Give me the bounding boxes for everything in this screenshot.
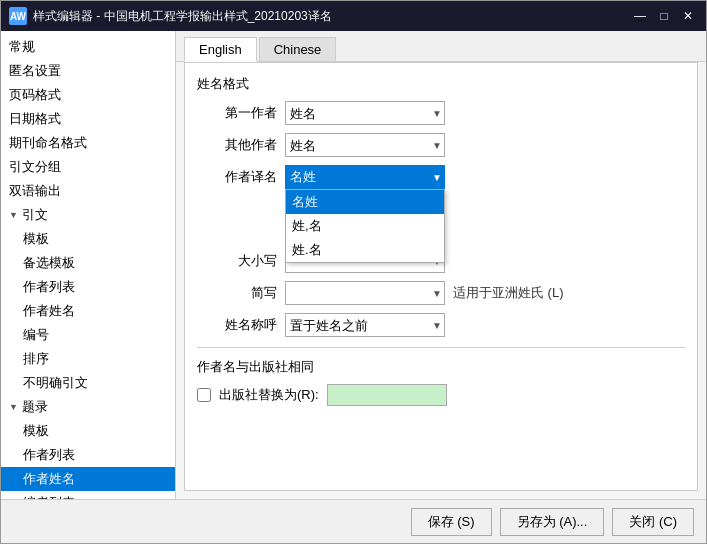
publisher-replace-input[interactable] [327,384,447,406]
sidebar-item-bib-author-list[interactable]: 作者列表 [1,443,175,467]
sidebar-item-numbering[interactable]: 编号 [1,323,175,347]
sidebar-item-bib-author-name[interactable]: 作者姓名 [1,467,175,491]
tab-bar: English Chinese [176,31,706,62]
publisher-replace-checkbox[interactable] [197,388,211,402]
capitalization-label: 大小写 [197,252,277,270]
publisher-replace-row: 出版社替换为(R): [197,384,685,406]
tab-content: 姓名格式 第一作者 姓名 ▼ 其他作者 姓 [184,62,698,491]
bottom-bar: 保存 (S) 另存为 (A)... 关闭 (C) [1,499,706,543]
sidebar-item-template[interactable]: 模板 [1,227,175,251]
right-panel: English Chinese 姓名格式 第一作者 姓名 ▼ [176,31,706,499]
separator-line [197,347,685,348]
save-as-button[interactable]: 另存为 (A)... [500,508,605,536]
other-authors-select[interactable]: 姓名 [285,133,445,157]
close-button[interactable]: 关闭 (C) [612,508,694,536]
sidebar-item-bilingual[interactable]: 双语输出 [1,179,175,203]
first-author-select-wrapper: 姓名 ▼ [285,101,445,125]
abbreviation-row: 简写 ▼ 适用于亚洲姓氏 (L) [197,281,685,305]
sidebar-group-bibliography[interactable]: 题录 [1,395,175,419]
other-authors-label: 其他作者 [197,136,277,154]
sidebar-item-ambiguous[interactable]: 不明确引文 [1,371,175,395]
author-translation-row: 作者译名 名姓 ▼ 名姓 姓,名 姓.名 [197,165,685,189]
tab-english[interactable]: English [184,37,257,62]
sidebar-item-alt-template[interactable]: 备选模板 [1,251,175,275]
sidebar-item-journal-name[interactable]: 期刊命名格式 [1,131,175,155]
main-window: AW 样式编辑器 - 中国电机工程学报输出样式_20210203译名 — □ ✕… [0,0,707,544]
title-bar: AW 样式编辑器 - 中国电机工程学报输出样式_20210203译名 — □ ✕ [1,1,706,31]
sidebar-item-bib-template[interactable]: 模板 [1,419,175,443]
author-translation-select[interactable]: 名姓 [285,165,445,189]
close-window-button[interactable]: ✕ [678,7,698,25]
first-author-select[interactable]: 姓名 [285,101,445,125]
first-author-row: 第一作者 姓名 ▼ [197,101,685,125]
author-translation-label: 作者译名 [197,168,277,186]
sidebar-item-date-format[interactable]: 日期格式 [1,107,175,131]
salutation-select[interactable]: 置于姓名之前 [285,313,445,337]
window-title: 样式编辑器 - 中国电机工程学报输出样式_20210203译名 [33,8,630,25]
sidebar-item-bib-editor-list[interactable]: 编者列表 [1,491,175,499]
sidebar-item-author-name[interactable]: 作者姓名 [1,299,175,323]
first-author-label: 第一作者 [197,104,277,122]
author-translation-select-wrapper: 名姓 ▼ 名姓 姓,名 姓.名 [285,165,445,189]
author-translation-value: 名姓 [290,168,316,186]
other-authors-select-wrapper: 姓名 ▼ [285,133,445,157]
dropdown-option-xingming[interactable]: 姓,名 [286,214,444,238]
sidebar-item-author-list[interactable]: 作者列表 [1,275,175,299]
sidebar-item-general[interactable]: 常规 [1,35,175,59]
dropdown-option-xingdot[interactable]: 姓.名 [286,238,444,262]
salutation-select-wrapper: 置于姓名之前 ▼ [285,313,445,337]
salutation-label: 姓名称呼 [197,316,277,334]
sidebar: 常规 匿名设置 页码格式 日期格式 期刊命名格式 引文分组 双语输出 引文 模板… [1,31,176,499]
sidebar-group-citation[interactable]: 引文 [1,203,175,227]
asian-note: 适用于亚洲姓氏 (L) [453,284,564,302]
sidebar-item-sort[interactable]: 排序 [1,347,175,371]
publisher-replace-label: 出版社替换为(R): [219,386,319,404]
sidebar-item-cite-group[interactable]: 引文分组 [1,155,175,179]
main-content: 常规 匿名设置 页码格式 日期格式 期刊命名格式 引文分组 双语输出 引文 模板… [1,31,706,499]
salutation-row: 姓名称呼 置于姓名之前 ▼ [197,313,685,337]
app-icon: AW [9,7,27,25]
same-as-publisher-label: 作者名与出版社相同 [197,358,685,376]
abbreviation-select[interactable] [285,281,445,305]
maximize-button[interactable]: □ [654,7,674,25]
window-controls: — □ ✕ [630,7,698,25]
sidebar-item-anon[interactable]: 匿名设置 [1,59,175,83]
abbreviation-select-wrapper: ▼ [285,281,445,305]
name-format-section-title: 姓名格式 [197,75,685,93]
save-button[interactable]: 保存 (S) [411,508,492,536]
other-authors-row: 其他作者 姓名 ▼ [197,133,685,157]
author-translation-dropdown: 名姓 姓,名 姓.名 [285,189,445,263]
sidebar-item-page-format[interactable]: 页码格式 [1,83,175,107]
abbreviation-label: 简写 [197,284,277,302]
dropdown-option-mingxing[interactable]: 名姓 [286,190,444,214]
tab-chinese[interactable]: Chinese [259,37,337,61]
minimize-button[interactable]: — [630,7,650,25]
